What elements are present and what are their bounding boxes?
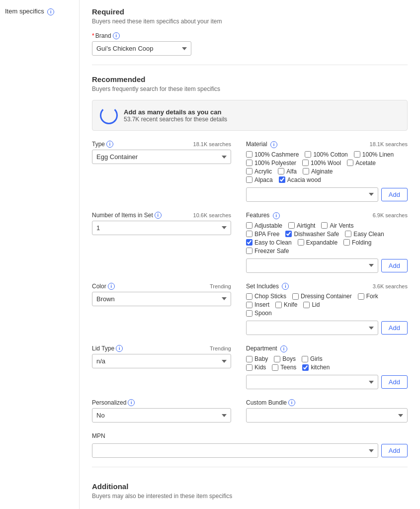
- lid-info-icon[interactable]: i: [116, 345, 123, 352]
- feature-easy-to-clean[interactable]: [246, 239, 252, 246]
- feature-expandable[interactable]: [298, 239, 304, 246]
- material-checkbox-alginate[interactable]: [303, 168, 309, 174]
- type-search-count: 18.1K searches: [193, 141, 231, 147]
- sidebar-info-icon[interactable]: i: [47, 8, 54, 15]
- feature-dishwasher-safe[interactable]: [285, 231, 292, 237]
- department-col: Department i Baby Boys Girls Kids: [246, 345, 408, 389]
- material-checkbox-alpaca[interactable]: [246, 176, 252, 183]
- feature-easy-clean[interactable]: [345, 231, 351, 237]
- features-add-row: Add: [246, 258, 408, 273]
- material-checkbox-acrylic[interactable]: [246, 168, 252, 174]
- material-add-row: Add: [246, 187, 408, 202]
- type-info-icon[interactable]: i: [106, 141, 113, 148]
- lid-label-text: Lid Type: [92, 345, 114, 352]
- mpn-select[interactable]: [92, 443, 378, 458]
- required-section: Required Buyers need these item specific…: [92, 7, 408, 56]
- feature-adjustable[interactable]: [246, 222, 252, 229]
- material-checkbox-polyester[interactable]: [246, 160, 252, 166]
- dept-kids[interactable]: [246, 364, 252, 371]
- lid-department-row: Lid Type i Trending n/a Department i: [92, 345, 408, 389]
- divider-2: [92, 467, 408, 467]
- custom-bundle-info-icon[interactable]: i: [288, 399, 295, 406]
- department-add-button[interactable]: Add: [381, 375, 408, 389]
- material-checkbox-cotton[interactable]: [305, 151, 311, 158]
- number-select[interactable]: 1: [92, 221, 231, 235]
- brand-label-text: Brand: [95, 32, 111, 39]
- department-add-select[interactable]: [246, 375, 378, 389]
- features-search-count: 6.9K searches: [373, 212, 408, 218]
- brand-field: * Brand i Gui's Chicken Coop: [92, 32, 408, 56]
- personalized-select[interactable]: No: [92, 408, 231, 423]
- set-dressing-container[interactable]: [292, 293, 299, 300]
- material-add-button[interactable]: Add: [381, 188, 408, 201]
- department-add-row: Add: [246, 375, 408, 389]
- features-add-button[interactable]: Add: [381, 259, 408, 272]
- dept-boys[interactable]: [274, 356, 280, 362]
- material-info-icon[interactable]: i: [270, 141, 277, 148]
- number-features-row: Number of Items in Set i 10.6K searches …: [92, 212, 408, 273]
- type-material-row: Type i 18.1K searches Egg Container Mate…: [92, 141, 408, 202]
- type-label-text: Type: [92, 141, 105, 148]
- feature-freezer-safe[interactable]: [246, 248, 252, 254]
- custom-bundle-select[interactable]: [246, 408, 408, 423]
- features-checkboxes: Adjustable Airtight Air Vents BPA Free D…: [246, 222, 408, 254]
- custom-bundle-label-text: Custom Bundle: [246, 399, 287, 406]
- color-select[interactable]: Brown: [92, 292, 231, 306]
- material-checkboxes: 100% Cashmere 100% Cotton 100% Linen 100…: [246, 151, 408, 183]
- type-col: Type i 18.1K searches Egg Container: [92, 141, 231, 202]
- features-info-icon[interactable]: i: [273, 212, 280, 219]
- material-checkbox-alfa[interactable]: [278, 168, 284, 174]
- brand-info-icon[interactable]: i: [113, 32, 120, 39]
- set-includes-info-icon[interactable]: i: [282, 283, 289, 290]
- dept-teens[interactable]: [272, 364, 278, 371]
- material-checkbox-wool[interactable]: [302, 160, 309, 166]
- mpn-add-button[interactable]: Add: [381, 444, 408, 457]
- dept-baby[interactable]: [246, 356, 252, 362]
- set-includes-col: Set Includes i 3.6K searches Chop Sticks…: [246, 283, 408, 336]
- lid-select[interactable]: n/a: [92, 354, 231, 368]
- dept-girls[interactable]: [302, 356, 308, 362]
- set-insert[interactable]: [246, 302, 252, 308]
- recommended-desc: Buyers frequently search for these item …: [92, 85, 408, 92]
- info-box: Add as many details as you can 53.7K rec…: [92, 100, 408, 131]
- material-checkbox-acetate[interactable]: [347, 160, 353, 166]
- color-info-icon[interactable]: i: [108, 283, 115, 290]
- feature-folding[interactable]: [343, 239, 350, 246]
- additional-title: Additional: [92, 482, 408, 491]
- dept-kitchen[interactable]: [302, 364, 309, 371]
- divider-1: [92, 65, 408, 65]
- set-knife[interactable]: [275, 302, 282, 308]
- feature-airtight[interactable]: [288, 222, 295, 229]
- feature-bpa-free[interactable]: [246, 231, 252, 237]
- number-info-icon[interactable]: i: [155, 212, 162, 219]
- mpn-add-row: Add: [92, 443, 408, 458]
- department-checkboxes: Baby Boys Girls Kids Teens kitchen: [246, 355, 408, 371]
- set-includes-add-button[interactable]: Add: [381, 321, 408, 335]
- features-col: Features i 6.9K searches Adjustable Airt…: [246, 212, 408, 273]
- set-fork[interactable]: [358, 293, 364, 300]
- set-includes-add-row: Add: [246, 321, 408, 335]
- color-col: Color i Trending Brown: [92, 283, 231, 336]
- material-checkbox-linen[interactable]: [354, 151, 360, 158]
- material-checkbox-cashmere[interactable]: [246, 151, 252, 158]
- material-search-count: 18.1K searches: [370, 141, 408, 147]
- color-setincludes-row: Color i Trending Brown Set Includes i: [92, 283, 408, 336]
- department-info-icon[interactable]: i: [280, 345, 287, 352]
- material-add-select[interactable]: [246, 187, 378, 202]
- brand-select[interactable]: Gui's Chicken Coop: [92, 41, 191, 56]
- material-checkbox-acacia[interactable]: [279, 176, 285, 183]
- loading-icon: [100, 106, 118, 124]
- main-content: Required Buyers need these item specific…: [80, 0, 420, 509]
- set-includes-search-count: 3.6K searches: [373, 283, 408, 289]
- required-title: Required: [92, 7, 408, 16]
- recommended-section: Recommended Buyers frequently search for…: [92, 75, 408, 458]
- set-chop-sticks[interactable]: [246, 293, 252, 300]
- set-spoon[interactable]: [246, 310, 252, 317]
- personalized-info-icon[interactable]: i: [128, 399, 135, 406]
- type-select[interactable]: Egg Container: [92, 150, 231, 164]
- set-lid[interactable]: [303, 302, 310, 308]
- feature-air-vents[interactable]: [321, 222, 328, 229]
- personalized-col: Personalized i No: [92, 399, 231, 423]
- features-add-select[interactable]: [246, 258, 378, 273]
- set-includes-add-select[interactable]: [246, 321, 378, 335]
